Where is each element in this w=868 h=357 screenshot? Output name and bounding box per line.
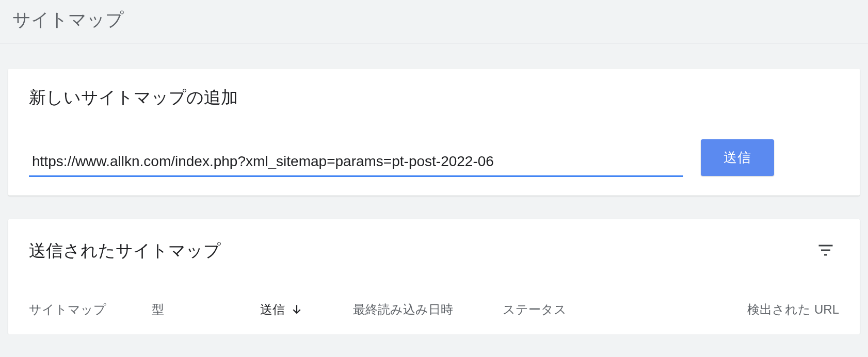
- submitted-sitemaps-card: 送信されたサイトマップ サイトマップ 型 送信 最終読み込み日時 ステータス 検…: [8, 219, 860, 334]
- filter-button[interactable]: [812, 237, 839, 265]
- col-discovered-urls[interactable]: 検出された URL: [683, 301, 839, 318]
- col-status[interactable]: ステータス: [503, 301, 683, 318]
- page-title: サイトマップ: [12, 8, 856, 32]
- add-sitemap-title: 新しいサイトマップの追加: [29, 86, 839, 109]
- col-sent[interactable]: 送信: [260, 301, 353, 318]
- filter-icon: [816, 241, 835, 261]
- spacer: [0, 44, 868, 69]
- submitted-sitemaps-title: 送信されたサイトマップ: [29, 239, 221, 263]
- sitemap-url-input-wrap: [29, 151, 683, 177]
- sitemap-url-input[interactable]: [29, 151, 683, 177]
- page-title-bar: サイトマップ: [0, 0, 868, 44]
- col-sitemap[interactable]: サイトマップ: [29, 301, 152, 318]
- col-last-read[interactable]: 最終読み込み日時: [353, 301, 503, 318]
- col-type[interactable]: 型: [152, 301, 260, 318]
- sitemaps-table-header: サイトマップ 型 送信 最終読み込み日時 ステータス 検出された URL: [29, 301, 839, 334]
- submitted-sitemaps-header: 送信されたサイトマップ: [29, 237, 839, 265]
- col-sent-label: 送信: [260, 301, 285, 318]
- add-sitemap-row: 送信: [29, 139, 839, 177]
- add-sitemap-card: 新しいサイトマップの追加 送信: [8, 69, 860, 196]
- sort-descending-icon: [290, 303, 303, 316]
- submit-button[interactable]: 送信: [701, 139, 774, 176]
